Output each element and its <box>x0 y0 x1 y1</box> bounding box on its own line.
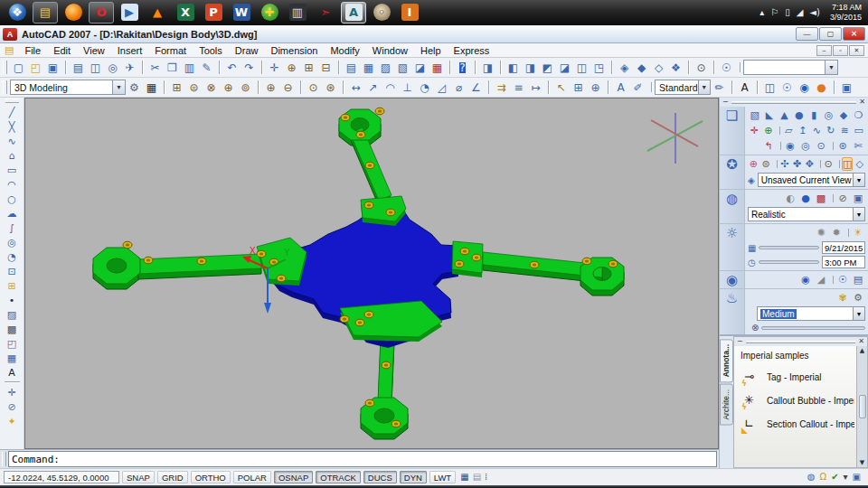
polysolid-icon[interactable]: ▱ <box>782 124 796 137</box>
save-icon[interactable]: ▣ <box>44 59 61 76</box>
redbird-icon[interactable]: ➣ <box>313 2 338 23</box>
cone-icon[interactable]: ▲ <box>778 108 791 122</box>
zoom-realtime-icon[interactable]: ⊕ <box>283 59 300 76</box>
materials-icon[interactable]: ◉ <box>798 273 813 286</box>
conceptual-style-icon[interactable]: ● <box>798 192 813 205</box>
se-isometric-view-icon[interactable]: ◆ <box>633 59 650 76</box>
aligned-dimension-icon[interactable]: ↗ <box>364 79 382 96</box>
zoom-nav-icon[interactable]: ⊜ <box>760 157 772 171</box>
arc-icon[interactable]: ◠ <box>3 177 22 192</box>
osnap-toggle[interactable]: OSNAP <box>274 471 313 483</box>
restore-view-icon[interactable]: ◈ <box>748 175 755 185</box>
quick-leader-icon[interactable]: ↖ <box>552 79 570 96</box>
combo-arrow-icon[interactable]: ▼ <box>698 80 710 94</box>
hide-icon[interactable]: ◫ <box>761 79 778 96</box>
media-player-icon[interactable]: ▶ <box>117 2 142 23</box>
menu-view[interactable]: View <box>77 45 111 56</box>
scroll-down-icon[interactable]: ▼ <box>860 459 864 466</box>
dimension-update-icon[interactable]: ✏ <box>711 79 728 96</box>
right-view-icon[interactable]: ◪ <box>556 59 573 76</box>
spline-icon[interactable]: ∫ <box>3 221 22 235</box>
maximize-button[interactable]: ▢ <box>819 27 842 41</box>
markup-set-icon[interactable]: ◪ <box>411 59 429 76</box>
fly-icon[interactable]: ✤ <box>791 157 803 171</box>
cut-icon[interactable]: ✂ <box>146 59 164 76</box>
disc-icon[interactable]: ◦ <box>369 2 394 23</box>
render-window-icon[interactable]: ▣ <box>838 79 855 96</box>
text-style-icon[interactable]: A <box>736 79 753 96</box>
sphere-icon[interactable]: ● <box>792 108 806 122</box>
excel-icon[interactable]: X <box>173 2 198 23</box>
powerpoint-icon[interactable]: P <box>201 2 226 23</box>
scroll-up-icon[interactable]: ▲ <box>860 347 864 354</box>
model-tab-icon[interactable]: ▦ <box>460 473 468 482</box>
palette-grip[interactable] <box>746 341 856 343</box>
bottom-view-icon[interactable]: ◨ <box>522 59 539 76</box>
light-panel-icon[interactable]: ☼ <box>720 224 745 270</box>
scroll-thumb[interactable] <box>859 395 866 418</box>
arc-length-dimension-icon[interactable]: ◠ <box>382 79 399 96</box>
named-view-combo[interactable]: Unsaved Current View ▼ <box>758 173 865 187</box>
3d-hidden-style-icon[interactable]: ◐ <box>783 192 797 205</box>
zoom-center-icon[interactable]: ⊕ <box>220 79 237 96</box>
material-library-icon[interactable]: ▤ <box>851 273 865 286</box>
planar-mapping-icon[interactable]: ☉ <box>835 273 850 286</box>
dashboard-close-icon[interactable]: ✕ <box>859 99 865 106</box>
doc-minimize-button[interactable]: – <box>816 45 832 56</box>
3d-make-panel-icon[interactable]: ❏ <box>720 107 745 155</box>
device-icon[interactable]: ▥ <box>285 2 310 23</box>
render-panel-icon[interactable]: ♨ <box>720 289 745 334</box>
wedge-icon[interactable]: ◣ <box>762 108 776 122</box>
firefox-icon[interactable] <box>61 2 86 23</box>
left-view-icon[interactable]: ◩ <box>539 59 556 76</box>
angular-dimension-icon[interactable]: ∠ <box>467 79 485 96</box>
visual-style-combo[interactable]: Realistic ▼ <box>748 207 865 221</box>
zoom-out-icon[interactable]: ⊖ <box>279 79 297 96</box>
3d-dwf-icon[interactable]: ✈ <box>121 59 138 76</box>
undo-icon[interactable]: ↶ <box>223 59 241 76</box>
menu-window[interactable]: Window <box>366 45 414 56</box>
autocad-taskbar-icon[interactable]: A <box>341 2 366 23</box>
designcenter-icon[interactable]: ▦ <box>360 59 377 76</box>
render-environment-icon[interactable]: ✾ <box>835 291 850 305</box>
cylinder-icon[interactable]: ▮ <box>807 108 821 122</box>
dyn-toggle[interactable]: DYN <box>400 471 427 483</box>
revision-cloud-icon[interactable]: ☁ <box>3 206 22 221</box>
zoom-scale-icon[interactable]: ⊗ <box>203 79 220 96</box>
extrude-icon[interactable]: ↥ <box>797 124 810 137</box>
palette-collapse-icon[interactable]: − <box>737 338 743 345</box>
sun-status-icon[interactable]: ☀ <box>851 226 865 239</box>
dim-style-combo[interactable]: Standard ▼ <box>655 80 711 95</box>
render-output-icon[interactable]: ⊗ <box>751 323 759 333</box>
polyline-icon[interactable]: ∿ <box>3 134 22 148</box>
zoom-in-icon[interactable]: ⊕ <box>262 79 279 96</box>
render-icon[interactable]: ● <box>813 79 830 96</box>
command-input[interactable]: Command: <box>8 451 717 467</box>
named-view-icon[interactable]: ☉ <box>718 59 735 76</box>
pyramid-icon[interactable]: ◆ <box>836 108 850 122</box>
menu-help[interactable]: Help <box>414 45 448 56</box>
toolbar-grip[interactable] <box>3 80 7 94</box>
ne-isometric-view-icon[interactable]: ◇ <box>650 59 667 76</box>
palette-tab-architectural[interactable]: Archite... <box>720 384 733 426</box>
quickcalc-icon[interactable]: ▦ <box>429 59 446 76</box>
vlc-icon[interactable]: ▲ <box>145 2 170 23</box>
render-quality-slider[interactable] <box>761 326 865 330</box>
construction-line-icon[interactable]: ╳ <box>3 119 22 134</box>
camera-icon[interactable]: ⊙ <box>823 157 835 171</box>
copy-icon[interactable]: ❐ <box>164 59 181 76</box>
doc-close-button[interactable]: ✕ <box>849 45 864 56</box>
zoom-extents-icon[interactable]: ⊛ <box>322 79 339 96</box>
pan-icon[interactable]: ✛ <box>266 59 283 76</box>
polygon-icon[interactable]: ⌂ <box>3 148 22 163</box>
materials-panel-icon[interactable]: ◉ <box>720 271 745 288</box>
circle-icon[interactable]: ○ <box>3 192 22 206</box>
view-combo[interactable]: ▼ <box>743 60 838 75</box>
tray-settings-arrow-icon[interactable]: ▾ <box>844 473 848 482</box>
command-grip[interactable] <box>2 452 6 466</box>
3d-orbit-make-icon[interactable]: ✛ <box>748 124 761 137</box>
ellipse-arc-icon[interactable]: ◔ <box>3 249 22 264</box>
lwt-toggle[interactable]: LWT <box>429 471 456 483</box>
match-properties-icon[interactable]: ✎ <box>198 59 215 76</box>
open-file-icon[interactable]: ◰ <box>27 59 44 76</box>
